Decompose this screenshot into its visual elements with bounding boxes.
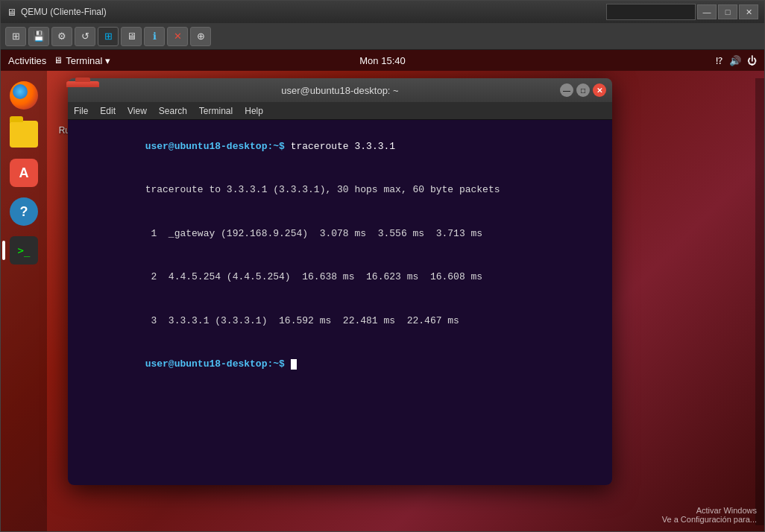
terminal-title: user@ubuntu18-desktop: ~	[281, 85, 398, 96]
dock-files-icon[interactable]	[7, 117, 41, 151]
terminal-menu-view[interactable]: View	[128, 106, 147, 116]
windows-activation: Activar Windows Ve a Configuración para.…	[662, 506, 757, 524]
terminal-menu-terminal[interactable]: Terminal	[199, 106, 233, 116]
ubuntu-activities-button[interactable]: Activities	[8, 55, 46, 66]
term-line-5: 3 3.3.3.1 (3.3.3.1) 16.592 ms 22.481 ms …	[75, 299, 605, 343]
qemu-title: QEMU (Cliente-Final)	[21, 7, 107, 17]
qemu-tool-display-btn[interactable]: ⊞	[5, 27, 26, 46]
term-output-5: 3 3.3.3.1 (3.3.3.1) 16.592 ms 22.481 ms …	[145, 315, 459, 326]
qemu-close-button[interactable]: ✕	[739, 4, 758, 19]
terminal-menu-help[interactable]: Help	[245, 106, 263, 116]
term-output-4: 2 4.4.5.254 (4.4.5.254) 16.638 ms 16.623…	[145, 271, 482, 282]
qemu-maximize-button[interactable]: □	[718, 4, 737, 19]
windows-activation-line2: Ve a Configuración para...	[662, 515, 757, 524]
software-app-icon: A	[10, 159, 38, 187]
help-app-icon: ?	[10, 197, 38, 226]
terminal-titlebar: user@ubuntu18-desktop: ~ — □ ✕	[68, 78, 612, 102]
qemu-tool-expand-btn[interactable]: ⊕	[190, 27, 211, 46]
dock-firefox-icon[interactable]	[7, 78, 41, 113]
terminal-menu-arrow-icon: ▾	[105, 55, 110, 66]
terminal-menu-label: Terminal	[66, 55, 102, 66]
term-line-2: traceroute to 3.3.3.1 (3.3.3.1), 30 hops…	[75, 168, 605, 212]
term-cmd-2	[285, 358, 291, 370]
terminal-maximize-button[interactable]: □	[576, 83, 590, 97]
terminal-app-icon: >_	[10, 236, 38, 265]
trash-lid	[66, 81, 99, 87]
ubuntu-clock: Mon 15:40	[359, 55, 405, 66]
terminal-menubar: File Edit View Search Terminal Help	[68, 102, 612, 120]
terminal-window: user@ubuntu18-desktop: ~ — □ ✕ File Edit…	[68, 78, 612, 485]
dock-software-icon[interactable]: A	[7, 156, 41, 190]
dock-help-icon[interactable]: ?	[7, 194, 41, 229]
qemu-tool-stop-btn[interactable]: ✕	[167, 27, 188, 46]
terminal-menu-search[interactable]: Search	[159, 106, 187, 116]
qemu-titlebar-left: 🖥 QEMU (Cliente-Final)	[7, 7, 107, 18]
ubuntu-topbar-right: ⁉ 🔊 ⏻	[716, 55, 757, 66]
terminal-scrollbar[interactable]	[755, 78, 764, 525]
qemu-tool-screen-btn[interactable]: 🖥	[121, 27, 142, 46]
files-app-icon	[10, 121, 38, 148]
desktop-content: A ? >_	[1, 71, 764, 531]
terminal-body[interactable]: user@ubuntu18-desktop:~$ traceroute 3.3.…	[68, 120, 612, 485]
term-line-1: user@ubuntu18-desktop:~$ traceroute 3.3.…	[75, 124, 605, 168]
qemu-window: 🖥 QEMU (Cliente-Final) — □ ✕ ⊞ 💾 ⚙ ↺ ⊞ 🖥…	[0, 0, 765, 532]
qemu-minimize-button[interactable]: —	[697, 4, 717, 19]
ubuntu-dock: A ? >_	[1, 71, 47, 531]
firefox-app-icon	[10, 81, 38, 110]
terminal-menu-edit[interactable]: Edit	[100, 106, 116, 116]
term-line-3: 1 _gateway (192.168.9.254) 3.078 ms 3.55…	[75, 212, 605, 256]
ubuntu-power-icon[interactable]: ⏻	[747, 55, 757, 66]
term-cursor	[291, 359, 297, 370]
qemu-search-input[interactable]	[606, 4, 696, 20]
ubuntu-terminal-menu[interactable]: 🖥 Terminal ▾	[54, 55, 110, 66]
windows-activation-line1: Activar Windows	[662, 506, 757, 515]
term-cmd-1: traceroute 3.3.3.1	[285, 141, 395, 152]
ubuntu-desktop: Activities 🖥 Terminal ▾ Mon 15:40 ⁉ 🔊 ⏻	[1, 50, 764, 531]
term-output-2: traceroute to 3.3.3.1 (3.3.3.1), 30 hops…	[145, 184, 500, 195]
terminal-menu-file[interactable]: File	[74, 106, 88, 116]
qemu-tool-refresh-btn[interactable]: ↺	[75, 27, 95, 46]
term-line-6: user@ubuntu18-desktop:~$	[75, 343, 605, 387]
terminal-menu-icon: 🖥	[54, 55, 63, 66]
terminal-minimize-button[interactable]: —	[560, 83, 573, 97]
qemu-toolbar: ⊞ 💾 ⚙ ↺ ⊞ 🖥 ℹ ✕ ⊕	[1, 23, 764, 50]
ubuntu-topbar: Activities 🖥 Terminal ▾ Mon 15:40 ⁉ 🔊 ⏻	[1, 50, 764, 71]
ubuntu-accessibility-icon[interactable]: ⁉	[716, 55, 723, 66]
qemu-tool-info-btn[interactable]: ℹ	[144, 27, 165, 46]
qemu-tool-settings-btn[interactable]: ⚙	[51, 27, 72, 46]
dock-terminal-icon[interactable]: >_	[7, 233, 41, 267]
terminal-window-buttons: — □ ✕	[560, 83, 606, 97]
qemu-logo-icon: 🖥	[7, 7, 16, 18]
term-output-3: 1 _gateway (192.168.9.254) 3.078 ms 3.55…	[145, 228, 482, 239]
qemu-titlebar: 🖥 QEMU (Cliente-Final) — □ ✕	[1, 1, 764, 23]
qemu-titlebar-right: — □ ✕	[606, 4, 758, 20]
term-prompt-1: user@ubuntu18-desktop:~$	[145, 141, 285, 152]
term-line-4: 2 4.4.5.254 (4.4.5.254) 16.638 ms 16.623…	[75, 256, 605, 300]
qemu-tool-disk-btn[interactable]: 💾	[28, 27, 49, 46]
ubuntu-volume-icon[interactable]: 🔊	[729, 55, 741, 66]
term-prompt-2: user@ubuntu18-desktop:~$	[145, 358, 285, 370]
qemu-tool-os-btn[interactable]: ⊞	[98, 27, 119, 46]
terminal-close-button[interactable]: ✕	[593, 83, 606, 97]
